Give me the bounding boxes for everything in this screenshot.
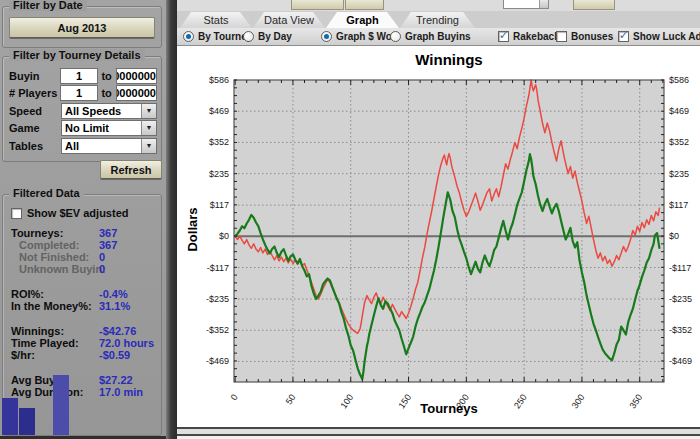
- rakeback-checkbox[interactable]: [498, 31, 509, 42]
- ev-adjusted-label: Show $EV adjusted: [27, 207, 128, 219]
- buyin-label: Buyin: [9, 70, 60, 82]
- stat-row-roi: ROI%:-0.4%: [11, 288, 157, 300]
- tab-trending[interactable]: Trending: [400, 12, 475, 28]
- stat-row-time-played: Time Played:72.0 hours: [11, 337, 157, 349]
- filter-by-date-group: Filter by Date Aug 2013: [2, 6, 162, 48]
- players-row: # Players 1 to 10000000: [9, 84, 157, 101]
- graph-buyins-option: Graph Buyins: [390, 31, 471, 42]
- speed-label: Speed: [9, 105, 61, 117]
- players-to-input[interactable]: 10000000: [116, 85, 157, 101]
- filter-tourney-title: Filter by Tourney Details: [9, 49, 145, 61]
- filter-by-date-title: Filter by Date: [9, 0, 87, 11]
- svg-text:-$235: -$235: [669, 294, 692, 304]
- svg-text:-$352: -$352: [669, 325, 692, 335]
- panel-splitter[interactable]: [166, 0, 177, 439]
- svg-text:300: 300: [570, 392, 587, 410]
- chevron-down-icon[interactable]: ▼: [141, 104, 156, 118]
- svg-text:$0: $0: [669, 231, 679, 241]
- speed-select-value: All Speeds: [65, 105, 121, 117]
- svg-text:50: 50: [284, 392, 298, 406]
- ev-adjusted-row: Show $EV adjusted: [11, 207, 128, 219]
- filtered-data-title: Filtered Data: [9, 187, 84, 199]
- game-row: Game No Limit ▼: [9, 119, 157, 136]
- stat-row-dollar-hr: $/hr:-$0.59: [11, 349, 157, 361]
- stat-row-avg-duration: Avg Duration:17.0 min: [11, 386, 157, 398]
- chevron-down-icon[interactable]: ▼: [141, 139, 156, 153]
- svg-text:-$469: -$469: [206, 356, 229, 366]
- graph-options-bar: By Tourney By Day Graph $ Won Graph Buyi…: [177, 28, 700, 46]
- graph-won-option: Graph $ Won: [321, 31, 398, 42]
- game-select[interactable]: No Limit ▼: [61, 120, 157, 136]
- svg-text:-$469: -$469: [669, 356, 692, 366]
- svg-text:350: 350: [628, 392, 645, 410]
- spinner-icon[interactable]: [539, 0, 548, 8]
- graph-buyins-radio[interactable]: [390, 31, 401, 42]
- tables-select-value: All: [65, 140, 79, 152]
- svg-text:-$235: -$235: [206, 294, 229, 304]
- stat-row-winnings: Winnings:-$42.76: [11, 325, 157, 337]
- svg-text:$235: $235: [669, 169, 689, 179]
- tables-select[interactable]: All ▼: [61, 138, 157, 154]
- toolbar-partial-button-2[interactable]: [345, 0, 384, 10]
- refresh-button[interactable]: Refresh: [100, 160, 162, 179]
- luck-adjusted-checkbox[interactable]: [618, 31, 629, 42]
- tab-stats[interactable]: Stats: [180, 12, 252, 28]
- graph-won-radio[interactable]: [321, 31, 332, 42]
- players-from-input[interactable]: 1: [60, 85, 98, 101]
- svg-text:$235: $235: [209, 169, 229, 179]
- date-range-button[interactable]: Aug 2013: [9, 17, 155, 38]
- by-day-radio[interactable]: [243, 31, 254, 42]
- tab-bar: Stats Data View Graph Trending: [177, 11, 700, 28]
- bonuses-option: Bonuses: [556, 31, 613, 42]
- stat-row-itm: In the Money%:31.1%: [11, 300, 157, 312]
- plot-background: [234, 80, 664, 382]
- chevron-down-icon[interactable]: ▼: [141, 121, 156, 135]
- filtered-data-group: Filtered Data Show $EV adjusted Tourneys…: [2, 194, 162, 436]
- luck-adjusted-option: Show Luck Adjusted: [618, 31, 700, 42]
- toolbar-partial-button-1[interactable]: [291, 0, 344, 10]
- stat-row-completed: Completed:367: [11, 239, 157, 251]
- tab-data-view[interactable]: Data View: [253, 12, 325, 28]
- app-window: Filter by Date Aug 2013 Filter by Tourne…: [0, 0, 700, 439]
- svg-text:$469: $469: [209, 106, 229, 116]
- sidebar: Filter by Date Aug 2013 Filter by Tourne…: [0, 0, 166, 439]
- by-tourney-radio[interactable]: [183, 31, 194, 42]
- svg-text:$352: $352: [669, 137, 689, 147]
- by-tourney-option: By Tourney: [183, 31, 252, 42]
- toolbar-partial-input[interactable]: [503, 0, 549, 9]
- svg-text:$117: $117: [210, 200, 229, 210]
- tables-label: Tables: [9, 140, 61, 152]
- svg-text:$469: $469: [669, 106, 689, 116]
- filtered-stats-list: Tourneys:367 Completed:367 Not Finished:…: [11, 227, 157, 398]
- stat-row-avg-buyin: Avg Buyin:$27.22: [11, 374, 157, 386]
- filter-tourney-group: Filter by Tourney Details Buyin 1 to 100…: [2, 56, 162, 162]
- rakeback-option: Rakeback: [498, 31, 560, 42]
- stat-row-tourneys: Tourneys:367: [11, 227, 157, 239]
- winnings-chart: $586$586$469$469$352$352$235$235$117$117…: [177, 46, 700, 427]
- svg-text:$117: $117: [669, 200, 688, 210]
- svg-text:-$352: -$352: [206, 325, 229, 335]
- stat-row-not-finished: Not Finished:0: [11, 251, 157, 263]
- svg-text:0: 0: [229, 392, 240, 402]
- by-day-option: By Day: [243, 31, 292, 42]
- buyin-to-input[interactable]: 10000000: [116, 68, 157, 84]
- svg-text:$586: $586: [669, 75, 689, 85]
- main-panel: Stats Data View Graph Trending By Tourne…: [177, 0, 700, 439]
- players-to-word: to: [98, 87, 116, 99]
- x-axis-title: Tourneys: [349, 401, 549, 416]
- game-select-value: No Limit: [65, 122, 109, 134]
- game-label: Game: [9, 122, 61, 134]
- panel-bottom-edge: [177, 427, 700, 436]
- toolbar-partial-button-3[interactable]: [573, 0, 615, 10]
- svg-text:-$117: -$117: [669, 263, 691, 273]
- tab-graph[interactable]: Graph: [326, 12, 399, 28]
- ev-adjusted-checkbox[interactable]: [11, 208, 22, 219]
- players-label: # Players: [9, 87, 60, 99]
- buyin-from-input[interactable]: 1: [60, 68, 98, 84]
- bonuses-checkbox[interactable]: [556, 31, 567, 42]
- buyin-row: Buyin 1 to 10000000: [9, 67, 157, 84]
- speed-row: Speed All Speeds ▼: [9, 102, 157, 119]
- stat-row-unknown-buyin: Unknown Buyin:0: [11, 263, 157, 275]
- speed-select[interactable]: All Speeds ▼: [61, 103, 157, 119]
- buyin-to-word: to: [98, 70, 116, 82]
